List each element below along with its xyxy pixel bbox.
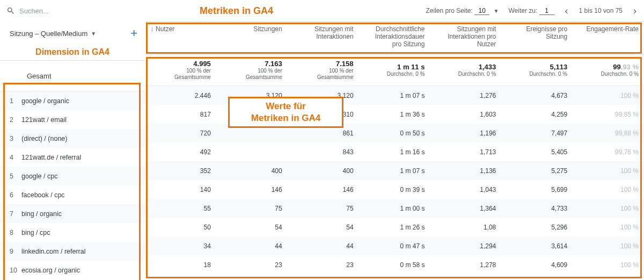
totals-label: Gesamt (27, 72, 52, 80)
row-index: 10 (0, 267, 21, 274)
metric-cell: 1,364 (430, 205, 501, 212)
rows-per-page[interactable]: Zeilen pro Seite: 10 ▼ (426, 7, 499, 15)
table-row: 5054541 m 26 s1,085,296100 % (145, 218, 644, 236)
metric-cell: 54 (216, 224, 288, 231)
metric-cell: 34 (145, 242, 216, 250)
metric-cell: 720 (145, 130, 216, 137)
annotation-values-line2: Metriken in GA4 (230, 112, 342, 124)
metric-cell: 1,043 (430, 186, 501, 193)
sort-arrow-icon: ↓ (150, 25, 153, 33)
metric-cell: 5,405 (501, 148, 573, 156)
metric-cell: 352 (145, 167, 216, 175)
metric-cell: 1 m 07 s (359, 92, 430, 99)
metric-cell: 99,76 % (573, 148, 644, 156)
metric-cell: 4,609 (501, 261, 573, 269)
metric-cell: 1 m 36 s (359, 111, 430, 118)
totals-label-row: Gesamt (0, 60, 145, 91)
search-icon (6, 6, 15, 15)
table-row[interactable]: 8bing / cpc (0, 223, 145, 242)
goto[interactable]: Weiter zu: 1 (508, 7, 554, 15)
metric-cell: 0 m 39 s (359, 186, 430, 193)
table-row[interactable]: 5google / cpc (0, 167, 145, 185)
dimension-value: bing / organic (21, 210, 145, 218)
column-header[interactable]: Engagement-Rate (573, 22, 644, 54)
metric-cell: 1,276 (430, 92, 501, 99)
column-header[interactable]: Sitzungen mit Interaktionen pro Nutzer (430, 22, 501, 54)
table-row: 7208610 m 50 s1,1967,49799,88 % (145, 124, 644, 142)
metric-cell: 140 (145, 186, 216, 193)
table-row[interactable]: 6facebook / cpc (0, 185, 145, 204)
row-index: 7 (0, 210, 21, 218)
metric-cell: 1,603 (430, 111, 501, 118)
annotation-values-line1: Werte für (230, 100, 342, 112)
table-row[interactable]: 3(direct) / (none) (0, 129, 145, 148)
dimension-value: ecosia.org / organic (21, 267, 145, 274)
next-page-button[interactable]: › (632, 6, 638, 16)
prev-page-button[interactable]: ‹ (564, 6, 569, 16)
metrics-data-rows: 2.4463.1203.1201 m 07 s1,2764,673100 %81… (145, 86, 644, 274)
dimension-value: linkedin.com / referral (21, 248, 145, 255)
metric-cell: 5,699 (501, 186, 573, 193)
dimension-value: (direct) / (none) (21, 135, 145, 142)
metric-cell: 1,08 (430, 224, 501, 231)
table-row: 2.4463.1203.1201 m 07 s1,2764,673100 % (145, 86, 644, 105)
metric-cell: 5,275 (501, 167, 573, 175)
table-row: 4928431 m 16 s1,7135,40599,76 % (145, 142, 644, 161)
top-bar: Metriken in GA4 Zeilen pro Seite: 10 ▼ W… (0, 0, 644, 21)
metric-cell: 100 % (573, 261, 644, 269)
goto-value[interactable]: 1 (539, 7, 554, 15)
table-row[interactable]: 7bing / organic (0, 204, 145, 223)
row-index: 5 (0, 173, 21, 180)
dimension-value: facebook / cpc (21, 191, 145, 199)
totals-cell: 5,113Durchschn. 0 % (501, 55, 573, 85)
metric-cell: 5,296 (501, 224, 573, 231)
row-index: 3 (0, 135, 21, 142)
chevron-down-icon: ▼ (91, 31, 96, 37)
metric-cell: 0 m 50 s (359, 130, 430, 137)
column-header[interactable]: Sitzungen mit Interaktionen (288, 22, 359, 54)
metric-cell: 1,196 (430, 130, 501, 137)
totals-cell: 1 m 11 sDurchschn. 0 % (359, 55, 430, 85)
table-row[interactable]: 4121watt.de / referral (0, 148, 145, 167)
column-header[interactable]: Sitzungen (216, 22, 288, 54)
search-field[interactable] (6, 6, 146, 15)
metric-cell: 1,294 (430, 242, 501, 250)
page-range: 1 bis 10 von 75 (579, 7, 623, 15)
table-row[interactable]: 9linkedin.com / referral (0, 242, 145, 261)
table-row: 5575751 m 00 s1,3644,733100 % (145, 199, 644, 218)
goto-label: Weiter zu: (508, 7, 537, 15)
metric-cell: 1 m 26 s (359, 224, 430, 231)
column-header[interactable]: ↓Nutzer (145, 22, 216, 54)
metric-cell: 1 m 07 s (359, 167, 430, 175)
metrics-area: ↓NutzerSitzungenSitzungen mit Interaktio… (145, 21, 644, 279)
table-row[interactable]: 2121watt / email (0, 110, 145, 129)
metric-cell: 100 % (573, 92, 644, 99)
row-index: 9 (0, 248, 21, 255)
row-index: 1 (0, 97, 21, 105)
pager: Zeilen pro Seite: 10 ▼ Weiter zu: 1 ‹ 1 … (426, 6, 638, 16)
main-layout: Sitzung – Quelle/Medium ▼ + Dimension in… (0, 21, 644, 279)
metric-cell: 2.446 (145, 92, 216, 99)
column-header[interactable]: Durchschnittliche Interaktionsdauer pro … (359, 22, 430, 54)
totals-cell: 4.995100 % der Gesamtsumme (145, 55, 216, 85)
metric-cell: 861 (288, 130, 359, 137)
dimension-value: google / organic (21, 97, 145, 105)
dimension-value: 121watt / email (21, 116, 145, 124)
dimension-picker[interactable]: Sitzung – Quelle/Medium ▼ + (0, 21, 145, 45)
chevron-down-icon: ▼ (494, 8, 499, 14)
metric-cell: 4,733 (501, 205, 573, 212)
totals-cell: 1,433Durchschn. 0 % (430, 55, 501, 85)
row-index: 8 (0, 229, 21, 236)
metric-cell: 75 (288, 205, 359, 212)
search-input[interactable] (19, 7, 127, 15)
metric-cell: 1,278 (430, 261, 501, 269)
rows-per-page-value[interactable]: 10 (474, 7, 489, 15)
column-header[interactable]: Ereignisse pro Sitzung (501, 22, 573, 54)
table-row: 1401461460 m 39 s1,0435,699100 % (145, 180, 644, 199)
table-row[interactable]: 10ecosia.org / organic (0, 261, 145, 279)
table-row[interactable]: 1google / organic (0, 91, 145, 110)
metric-cell: 75 (216, 205, 288, 212)
metric-cell: 1 m 16 s (359, 148, 430, 156)
metric-cell: 146 (288, 186, 359, 193)
add-dimension-button[interactable]: + (130, 26, 137, 40)
